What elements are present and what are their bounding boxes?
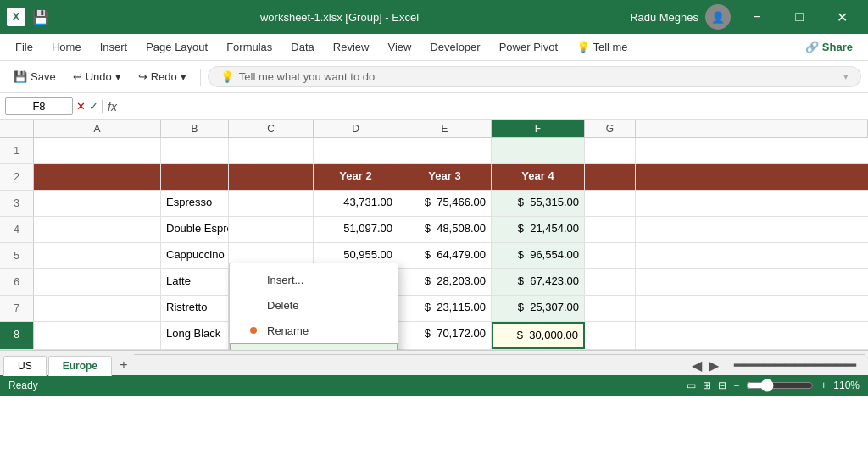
cell-g2[interactable] xyxy=(585,164,636,190)
menu-home[interactable]: Home xyxy=(43,37,90,57)
cell-b3[interactable]: Espresso xyxy=(161,191,229,216)
cell-a4[interactable] xyxy=(34,217,161,242)
cell-b5[interactable]: Cappuccino xyxy=(161,243,229,268)
ctx-delete[interactable]: Delete xyxy=(230,292,398,318)
formula-input[interactable] xyxy=(120,105,863,108)
cell-f8[interactable]: $ 30,000.00 xyxy=(492,322,585,349)
cell-g3[interactable] xyxy=(585,191,636,216)
cell-e3[interactable]: $ 75,466.00 xyxy=(398,191,492,216)
menu-share[interactable]: 🔗 Share xyxy=(797,37,861,57)
col-header-d[interactable]: D xyxy=(314,120,398,137)
zoom-slider[interactable] xyxy=(746,379,814,392)
cell-f3[interactable]: $ 55,315.00 xyxy=(492,191,585,216)
cell-a8[interactable] xyxy=(34,322,161,349)
sheet-tabs: US Europe + ◀ ▶ ━━━━━━━━━━━━ xyxy=(0,350,868,375)
view-normal-icon[interactable]: ▭ xyxy=(687,379,696,391)
cell-a1[interactable] xyxy=(34,138,161,163)
cell-f2[interactable]: Year 4 xyxy=(492,164,585,190)
menu-formulas[interactable]: Formulas xyxy=(218,37,281,57)
menu-tell-me[interactable]: 💡 Tell me xyxy=(568,37,637,57)
table-row: 6 Latte 58,435.00 $ 28,203.00 $ 67,423.0… xyxy=(0,269,868,296)
col-header-a[interactable]: A xyxy=(34,120,161,137)
scroll-tabs-right-icon[interactable]: ▶ xyxy=(709,357,719,374)
menu-insert[interactable]: Insert xyxy=(92,37,136,57)
cell-c3[interactable] xyxy=(229,191,314,216)
cell-e1[interactable] xyxy=(398,138,492,163)
save-button[interactable]: 💾 Save xyxy=(7,67,63,86)
cell-f6[interactable]: $ 67,423.00 xyxy=(492,269,585,295)
view-layout-icon[interactable]: ⊞ xyxy=(703,379,711,391)
cell-c4[interactable] xyxy=(229,217,314,242)
sheet-tab-us[interactable]: US xyxy=(3,356,47,376)
cell-f4[interactable]: $ 21,454.00 xyxy=(492,217,585,242)
cell-e2[interactable]: Year 3 xyxy=(398,164,492,190)
cell-f1[interactable] xyxy=(492,138,585,163)
view-pagebreak-icon[interactable]: ⊟ xyxy=(718,379,726,391)
row-num-7: 7 xyxy=(0,296,34,321)
cell-e4[interactable]: $ 48,508.00 xyxy=(398,217,492,242)
cell-f5[interactable]: $ 96,554.00 xyxy=(492,243,585,268)
col-header-f[interactable]: F xyxy=(492,120,585,137)
cell-e5[interactable]: $ 64,479.00 xyxy=(398,243,492,268)
cell-d4[interactable]: 51,097.00 xyxy=(314,217,398,242)
scroll-tabs-left-icon[interactable]: ◀ xyxy=(692,357,702,374)
cell-g8[interactable] xyxy=(585,322,636,349)
menu-power-pivot[interactable]: Power Pivot xyxy=(491,37,566,57)
cell-e7[interactable]: $ 23,115.00 xyxy=(398,296,492,321)
menu-data[interactable]: Data xyxy=(282,37,322,57)
cell-a6[interactable] xyxy=(34,269,161,295)
ctx-move-copy[interactable]: Move or Copy... xyxy=(230,343,398,350)
tell-me-dropdown[interactable]: ▾ xyxy=(843,71,849,82)
cell-a7[interactable] xyxy=(34,296,161,321)
cell-g7[interactable] xyxy=(585,296,636,321)
cell-d1[interactable] xyxy=(314,138,398,163)
cell-b2[interactable] xyxy=(161,164,229,190)
cell-g4[interactable] xyxy=(585,217,636,242)
cell-b8[interactable]: Long Black xyxy=(161,322,229,349)
redo-button[interactable]: ↪ Redo ▾ xyxy=(131,67,193,86)
cell-d2[interactable]: Year 2 xyxy=(314,164,398,190)
cell-g6[interactable] xyxy=(585,269,636,295)
confirm-formula-icon[interactable]: ✓ xyxy=(89,100,98,113)
cell-c1[interactable] xyxy=(229,138,314,163)
cell-reference[interactable]: F8 xyxy=(5,97,73,115)
horizontal-scrollbar[interactable]: ━━━━━━━━━━━━ xyxy=(734,355,856,375)
ctx-insert[interactable]: Insert... xyxy=(230,267,398,292)
save-icon[interactable]: 💾 xyxy=(32,9,49,25)
cell-c2[interactable] xyxy=(229,164,314,190)
sheet-tab-europe[interactable]: Europe xyxy=(48,356,112,376)
close-button[interactable]: ✕ xyxy=(822,4,861,30)
col-header-b[interactable]: B xyxy=(161,120,229,137)
cell-g5[interactable] xyxy=(585,243,636,268)
menu-developer[interactable]: Developer xyxy=(421,37,488,57)
cell-a5[interactable] xyxy=(34,243,161,268)
cell-f7[interactable]: $ 25,307.00 xyxy=(492,296,585,321)
zoom-out-icon[interactable]: − xyxy=(733,379,739,391)
cell-d3[interactable]: 43,731.00 xyxy=(314,191,398,216)
menu-review[interactable]: Review xyxy=(325,37,378,57)
tell-me-bar[interactable]: 💡 Tell me what you want to do ▾ xyxy=(208,66,861,87)
zoom-in-icon[interactable]: + xyxy=(821,379,826,391)
restore-button[interactable]: □ xyxy=(780,4,819,30)
cell-b7[interactable]: Ristretto xyxy=(161,296,229,321)
menu-view[interactable]: View xyxy=(379,37,420,57)
cell-b6[interactable]: Latte xyxy=(161,269,229,295)
function-icon[interactable]: fx xyxy=(102,100,117,113)
undo-button[interactable]: ↩ Undo ▾ xyxy=(66,67,128,86)
cell-g1[interactable] xyxy=(585,138,636,163)
col-header-e[interactable]: E xyxy=(398,120,492,137)
cell-e8[interactable]: $ 70,172.00 xyxy=(398,322,492,349)
cell-b1[interactable] xyxy=(161,138,229,163)
menu-page-layout[interactable]: Page Layout xyxy=(137,37,216,57)
menu-file[interactable]: File xyxy=(7,37,42,57)
add-sheet-button[interactable]: + xyxy=(114,355,134,375)
cell-a2[interactable] xyxy=(34,164,161,190)
ctx-rename[interactable]: Rename xyxy=(230,318,398,343)
cell-a3[interactable] xyxy=(34,191,161,216)
minimize-button[interactable]: − xyxy=(737,4,776,30)
col-header-c[interactable]: C xyxy=(229,120,314,137)
cancel-formula-icon[interactable]: ✕ xyxy=(76,100,86,113)
cell-b4[interactable]: Double Espresso xyxy=(161,217,229,242)
cell-e6[interactable]: $ 28,203.00 xyxy=(398,269,492,295)
col-header-g[interactable]: G xyxy=(585,120,636,137)
